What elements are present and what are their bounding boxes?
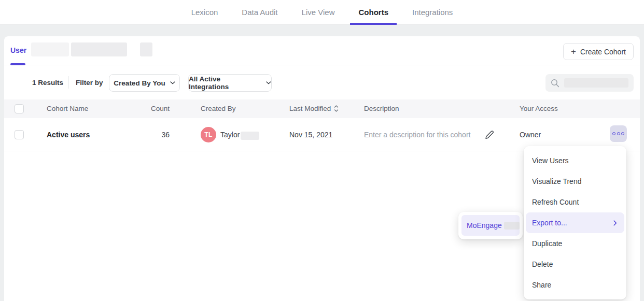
menu-item-refresh-count[interactable]: Refresh Count bbox=[524, 192, 626, 212]
redacted-block bbox=[31, 42, 69, 56]
active-tab-underline bbox=[10, 63, 25, 65]
header-count: Count bbox=[123, 105, 170, 112]
redacted-search-query bbox=[564, 78, 628, 88]
dot-icon bbox=[617, 132, 620, 135]
chevron-down-icon bbox=[170, 81, 175, 84]
tab-data-audit[interactable]: Data Audit bbox=[242, 0, 277, 25]
row-actions-button[interactable] bbox=[610, 125, 627, 142]
description-field[interactable]: Enter a description for this cohort bbox=[364, 131, 470, 139]
menu-item-duplicate[interactable]: Duplicate bbox=[524, 233, 626, 254]
redacted-block bbox=[140, 42, 152, 56]
header-description: Description bbox=[364, 105, 399, 112]
tab-user-cohorts[interactable]: User bbox=[10, 46, 26, 54]
edit-description-icon[interactable] bbox=[484, 130, 495, 142]
redacted-block bbox=[71, 42, 127, 56]
menu-item-share[interactable]: Share bbox=[524, 275, 626, 295]
header-created-by: Created By bbox=[201, 105, 236, 112]
menu-item-view-users[interactable]: View Users bbox=[524, 150, 626, 171]
count-cell: 36 bbox=[123, 131, 170, 139]
header-last-modified[interactable]: Last Modified bbox=[289, 105, 339, 112]
menu-item-visualize-trend[interactable]: Visualize Trend bbox=[524, 171, 626, 192]
access-cell: Owner bbox=[520, 131, 541, 139]
submenu-item-moengage[interactable]: MoEngage bbox=[461, 215, 520, 236]
menu-item-export-to-label: Export to... bbox=[532, 219, 567, 227]
submenu-item-label: MoEngage bbox=[467, 221, 502, 230]
divider bbox=[68, 76, 68, 89]
last-modified-cell: Nov 15, 2021 bbox=[289, 131, 332, 139]
integrations-dropdown[interactable]: All Active Integrations bbox=[188, 74, 272, 92]
header-last-modified-label: Last Modified bbox=[289, 105, 331, 112]
export-submenu: MoEngage bbox=[458, 212, 523, 239]
select-all-checkbox[interactable] bbox=[15, 104, 24, 113]
results-count: 1 Results bbox=[32, 79, 63, 87]
dot-icon bbox=[612, 132, 615, 135]
created-by-cell: Taylor bbox=[220, 131, 240, 139]
sort-icon[interactable] bbox=[334, 105, 339, 112]
tab-cohorts[interactable]: Cohorts bbox=[358, 0, 388, 25]
created-by-dropdown[interactable]: Created By You bbox=[109, 74, 180, 92]
filter-by-label: Filter by bbox=[76, 79, 103, 87]
create-cohort-button[interactable]: + Create Cohort bbox=[563, 43, 634, 60]
redacted-block bbox=[504, 222, 520, 230]
row-checkbox[interactable] bbox=[15, 130, 24, 139]
redacted-last-name bbox=[241, 132, 259, 140]
tab-integrations[interactable]: Integrations bbox=[412, 0, 453, 25]
chevron-right-icon bbox=[613, 220, 617, 226]
tab-lexicon[interactable]: Lexicon bbox=[191, 0, 218, 25]
search-icon bbox=[551, 79, 559, 88]
tab-live-view[interactable]: Live View bbox=[302, 0, 335, 25]
dot-icon bbox=[621, 132, 624, 135]
search-input[interactable] bbox=[545, 74, 634, 92]
integrations-dropdown-label: All Active Integrations bbox=[189, 75, 261, 91]
cohort-name-cell[interactable]: Active users bbox=[47, 131, 90, 139]
created-by-dropdown-label: Created By You bbox=[114, 79, 165, 87]
create-cohort-label: Create Cohort bbox=[580, 48, 626, 56]
nav-tabs: Lexicon Data Audit Live View Cohorts Int… bbox=[0, 0, 644, 25]
row-context-menu: View Users Visualize Trend Refresh Count… bbox=[524, 146, 626, 299]
menu-item-export-to[interactable]: Export to... bbox=[526, 212, 624, 233]
menu-item-delete[interactable]: Delete bbox=[524, 254, 626, 275]
header-cohort-name: Cohort Name bbox=[47, 105, 88, 112]
chevron-down-icon bbox=[266, 81, 271, 84]
plus-icon: + bbox=[571, 47, 576, 56]
header-your-access: Your Access bbox=[520, 105, 558, 112]
top-navigation: Lexicon Data Audit Live View Cohorts Int… bbox=[0, 0, 644, 25]
avatar: TL bbox=[201, 127, 216, 142]
